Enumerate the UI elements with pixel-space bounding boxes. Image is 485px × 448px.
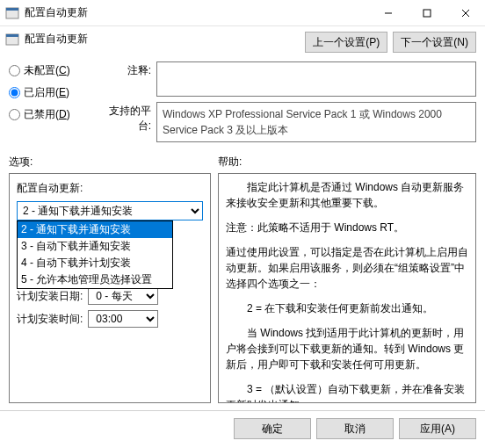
minimize-button[interactable] [369, 0, 408, 25]
svg-rect-7 [6, 34, 18, 37]
help-paragraph: 注意：此策略不适用于 Windows RT。 [226, 220, 468, 235]
help-paragraph: 通过使用此设置，可以指定是否在此计算机上启用自动更新。如果启用该服务，则必须在“… [226, 244, 468, 292]
ok-button[interactable]: 确定 [234, 418, 311, 439]
radio-not-configured-input[interactable] [9, 65, 20, 76]
options-section-label: 选项: [9, 155, 218, 170]
platform-label: 支持的平台: [97, 102, 151, 134]
radio-disabled-label: 已禁用(D) [24, 107, 70, 122]
svg-rect-1 [6, 8, 18, 11]
radio-enabled[interactable]: 已启用(E) [9, 85, 97, 100]
comment-input[interactable] [156, 61, 476, 97]
help-paragraph: 3 = （默认设置）自动下载更新，并在准备安装更新时发出通知 [226, 381, 468, 403]
help-section-label: 帮助: [218, 155, 476, 170]
help-paragraph: 指定此计算机是否通过 Windows 自动更新服务来接收安全更新和其他重要下载。 [226, 179, 468, 211]
radio-enabled-label: 已启用(E) [24, 85, 69, 100]
dropdown-item[interactable]: 2 - 通知下载并通知安装 [18, 221, 172, 238]
dropdown-item[interactable]: 4 - 自动下载并计划安装 [18, 255, 172, 271]
platform-value: Windows XP Professional Service Pack 1 或… [156, 102, 476, 142]
dropdown-item[interactable]: 3 - 自动下载并通知安装 [18, 238, 172, 255]
close-button[interactable] [446, 0, 485, 25]
previous-setting-button[interactable]: 上一个设置(P) [305, 32, 387, 53]
install-day-label: 计划安装日期: [17, 289, 83, 304]
dropdown-item[interactable]: 5 - 允许本地管理员选择设置 [18, 271, 172, 288]
window-title: 配置自动更新 [25, 5, 369, 20]
maximize-button[interactable] [408, 0, 446, 25]
help-paragraph: 2 = 在下载和安装任何更新前发出通知。 [226, 300, 468, 316]
help-paragraph: 当 Windows 找到适用于此计算机的更新时，用户将会接到可以下载更新的通知。… [226, 325, 468, 372]
radio-enabled-input[interactable] [9, 87, 20, 98]
configure-update-select[interactable]: 2 - 通知下载并通知安装 [17, 201, 203, 220]
radio-not-configured[interactable]: 未配置(C) [9, 63, 97, 78]
page-icon [5, 33, 19, 47]
radio-disabled[interactable]: 已禁用(D) [9, 107, 97, 122]
next-setting-button[interactable]: 下一个设置(N) [393, 32, 476, 53]
comment-label: 注释: [97, 61, 151, 78]
radio-disabled-input[interactable] [9, 109, 20, 120]
cancel-button[interactable]: 取消 [316, 418, 394, 439]
install-time-label: 计划安装时间: [17, 312, 83, 327]
configure-update-label: 配置自动更新: [17, 181, 203, 196]
page-title: 配置自动更新 [25, 32, 88, 47]
radio-not-configured-label: 未配置(C) [24, 63, 70, 78]
install-day-select[interactable]: 0 - 每天 [88, 287, 158, 305]
configure-update-dropdown: 2 - 通知下载并通知安装 3 - 自动下载并通知安装 4 - 自动下载并计划安… [17, 220, 173, 289]
apply-button[interactable]: 应用(A) [399, 418, 476, 439]
window-icon [5, 6, 19, 20]
options-panel: 配置自动更新: 2 - 通知下载并通知安装 2 - 通知下载并通知安装 3 - … [9, 173, 211, 403]
help-panel[interactable]: 指定此计算机是否通过 Windows 自动更新服务来接收安全更新和其他重要下载。… [218, 173, 476, 403]
svg-rect-3 [423, 10, 431, 17]
install-time-select[interactable]: 03:00 [88, 310, 158, 328]
